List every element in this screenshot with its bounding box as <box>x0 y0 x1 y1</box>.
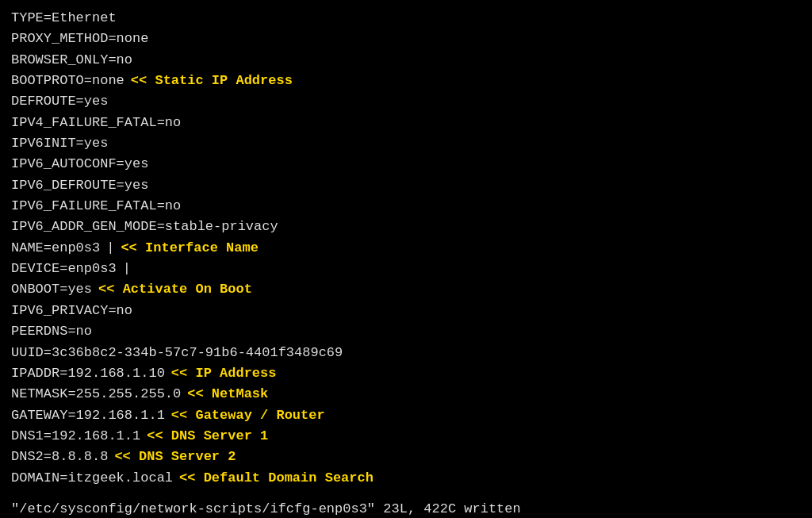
line-annotation: << Activate On Boot <box>98 279 252 300</box>
terminal-line: NAME=enp0s3 |<< Interface Name <box>11 238 801 259</box>
line-content: NAME=enp0s3 <box>11 238 100 259</box>
line-pipe: | <box>123 259 131 279</box>
line-content: DOMAIN=itzgeek.local <box>11 468 173 489</box>
terminal-line: PEERDNS=no <box>11 321 801 342</box>
terminal-line: IPV6_PRIVACY=no <box>11 301 801 321</box>
line-content: PEERDNS=no <box>11 321 92 342</box>
terminal-line: IPADDR=192.168.1.10<< IP Address <box>11 363 801 384</box>
line-annotation: << Default Domain Search <box>179 468 373 489</box>
line-content: BROWSER_ONLY=no <box>11 50 132 71</box>
terminal-line: IPV6_AUTOCONF=yes <box>11 154 801 175</box>
terminal-line: BROWSER_ONLY=no <box>11 50 801 71</box>
terminal-line: DEFROUTE=yes <box>11 91 801 112</box>
line-content: GATEWAY=192.168.1.1 <box>11 405 165 426</box>
line-content: IPV6_PRIVACY=no <box>11 301 132 321</box>
line-content: IPV6_FAILURE_FATAL=no <box>11 196 181 217</box>
terminal-line: DEVICE=enp0s3 | <box>11 259 801 279</box>
line-content: IPV6_AUTOCONF=yes <box>11 154 148 175</box>
line-content: IPV6_DEFROUTE=yes <box>11 175 148 196</box>
status-bar: "/etc/sysconfig/network-scripts/ifcfg-en… <box>0 497 812 518</box>
line-content: UUID=3c36b8c2-334b-57c7-91b6-4401f3489c6… <box>11 343 343 363</box>
terminal-line: DNS2=8.8.8.8<< DNS Server 2 <box>11 447 801 467</box>
line-annotation: << Static IP Address <box>131 71 293 91</box>
line-content: TYPE=Ethernet <box>11 8 117 29</box>
terminal-line: UUID=3c36b8c2-334b-57c7-91b6-4401f3489c6… <box>11 343 801 363</box>
line-annotation: << DNS Server 1 <box>147 426 268 447</box>
line-content: IPV4_FAILURE_FATAL=no <box>11 113 181 133</box>
terminal-line: DOMAIN=itzgeek.local<< Default Domain Se… <box>11 468 801 489</box>
terminal-line: GATEWAY=192.168.1.1<< Gateway / Router <box>11 405 801 426</box>
status-text: "/etc/sysconfig/network-scripts/ifcfg-en… <box>11 501 521 516</box>
line-content: IPV6INIT=yes <box>11 133 108 154</box>
line-content: DEVICE=enp0s3 <box>11 259 117 279</box>
line-content: NETMASK=255.255.255.0 <box>11 384 181 405</box>
terminal-line: ONBOOT=yes<< Activate On Boot <box>11 279 801 300</box>
line-content: DNS2=8.8.8.8 <box>11 447 108 467</box>
line-content: PROXY_METHOD=none <box>11 29 148 49</box>
terminal-line: IPV6INIT=yes <box>11 133 801 154</box>
line-annotation: << Interface Name <box>121 238 258 259</box>
terminal-line: NETMASK=255.255.255.0<< NetMask <box>11 384 801 405</box>
terminal-line: IPV4_FAILURE_FATAL=no <box>11 113 801 133</box>
terminal-line: IPV6_FAILURE_FATAL=no <box>11 196 801 217</box>
line-content: BOOTPROTO=none <box>11 71 124 91</box>
terminal-window: TYPE=EthernetPROXY_METHOD=noneBROWSER_ON… <box>0 0 812 497</box>
line-content: DEFROUTE=yes <box>11 91 108 112</box>
line-annotation: << NetMask <box>187 384 268 405</box>
line-content: ONBOOT=yes <box>11 279 92 300</box>
line-content: DNS1=192.168.1.1 <box>11 426 140 447</box>
line-annotation: << DNS Server 2 <box>114 447 236 467</box>
terminal-line: IPV6_ADDR_GEN_MODE=stable-privacy <box>11 217 801 237</box>
terminal-line: PROXY_METHOD=none <box>11 29 801 49</box>
line-content: IPV6_ADDR_GEN_MODE=stable-privacy <box>11 217 278 237</box>
line-pipe: | <box>106 238 114 259</box>
terminal-line: TYPE=Ethernet <box>11 8 801 29</box>
terminal-line: IPV6_DEFROUTE=yes <box>11 175 801 196</box>
terminal-line: BOOTPROTO=none<< Static IP Address <box>11 71 801 91</box>
line-content: IPADDR=192.168.1.10 <box>11 363 165 384</box>
terminal-line: DNS1=192.168.1.1<< DNS Server 1 <box>11 426 801 447</box>
line-annotation: << Gateway / Router <box>171 405 325 426</box>
line-annotation: << IP Address <box>171 363 277 384</box>
